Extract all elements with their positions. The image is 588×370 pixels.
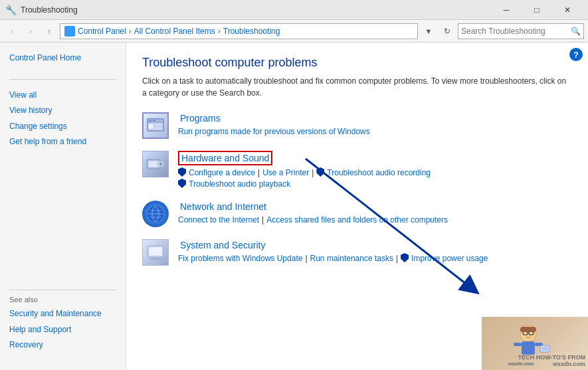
titlebar: 🔧 Troubleshooting ─ □ ✕ (0, 0, 588, 20)
content-area: ? Troubleshoot computer problems Click o… (126, 43, 588, 370)
svg-rect-4 (148, 124, 153, 129)
shield-icon-playback (178, 179, 186, 188)
category-network: Network and Internet Connect to the Inte… (142, 201, 572, 227)
sidebar-item-change-settings[interactable]: Change settings (9, 119, 117, 134)
system-icon (142, 239, 169, 266)
maximize-button[interactable]: □ (522, 0, 552, 20)
maintenance-link[interactable]: Run maintenance tasks (310, 254, 393, 263)
see-also-label: See also (9, 296, 117, 304)
dropdown-button[interactable]: ▼ (421, 23, 437, 39)
watermark-svg: wsxdn.com (508, 320, 561, 367)
hardware-svg (146, 154, 165, 174)
sidebar-bottom-section: See also Security and Maintenance Help a… (0, 290, 126, 362)
network-icon-img (142, 201, 169, 227)
forward-button[interactable]: › (23, 23, 39, 39)
programs-subtitle: Run programs made for previous versions … (178, 127, 572, 136)
watermark-text: TECH HOW-TO'S FROMwsxdn.com (518, 354, 585, 367)
programs-title[interactable]: Programs (178, 112, 223, 124)
sep1: | (258, 168, 260, 177)
network-svg (146, 205, 165, 223)
net-sep: | (262, 215, 264, 225)
sidebar-item-recovery[interactable]: Recovery (9, 337, 117, 353)
sidebar-item-view-history[interactable]: View history (9, 103, 117, 118)
system-title[interactable]: System and Security (178, 239, 267, 251)
svg-rect-17 (152, 257, 159, 258)
svg-rect-2 (149, 120, 151, 121)
system-icon-img (142, 239, 169, 266)
power-usage-wrap: Improve power usage (401, 254, 488, 263)
sidebar-item-help-support[interactable]: Help and Support (9, 322, 117, 337)
address-path: Control Panel › All Control Panel Items … (60, 23, 418, 39)
breadcrumb-control-panel[interactable]: Control Panel (78, 27, 126, 36)
windows-update-link[interactable]: Fix problems with Windows Update (178, 254, 302, 263)
shield-icon-power (401, 253, 409, 262)
programs-content: Programs Run programs made for previous … (178, 112, 572, 136)
use-printer-link[interactable]: Use a Printer (262, 168, 309, 177)
window-controls: ─ □ ✕ (491, 0, 583, 20)
sidebar-top: Control Panel Home View all View history… (0, 50, 126, 152)
programs-icon-img (142, 112, 169, 139)
category-hardware: Hardware and Sound Configure a device | … (142, 151, 572, 189)
audio-recording-wrap: Troubleshoot audio recording (316, 168, 431, 177)
addressbar: ‹ › ↑ Control Panel › All Control Panel … (0, 20, 588, 43)
search-input[interactable] (461, 27, 571, 36)
sidebar-item-view-all[interactable]: View all (9, 88, 117, 103)
hardware-content: Hardware and Sound Configure a device | … (178, 151, 572, 189)
titlebar-left: 🔧 Troubleshooting (5, 5, 78, 15)
refresh-button[interactable]: ↻ (439, 23, 455, 39)
sidebar-item-security-maintenance[interactable]: Security and Maintenance (9, 306, 117, 322)
programs-svg (146, 116, 165, 135)
watermark-inner: wsxdn.com TECH HOW-TO'S FROMwsxdn.com (482, 317, 588, 370)
sidebar-item-get-help[interactable]: Get help from a friend (9, 134, 117, 149)
sidebar-divider-1 (9, 79, 117, 80)
sidebar-divider-2 (9, 290, 117, 290)
svg-rect-3 (153, 120, 155, 121)
svg-rect-27 (535, 343, 543, 346)
audio-playback-wrap: Troubleshoot audio playback (178, 179, 290, 189)
svg-rect-25 (522, 341, 535, 355)
close-button[interactable]: ✕ (552, 0, 583, 20)
system-content: System and Security Fix problems with Wi… (178, 239, 572, 263)
category-system: System and Security Fix problems with Wi… (142, 239, 572, 266)
svg-rect-22 (529, 331, 534, 335)
configure-device-wrap: Configure a device (178, 168, 255, 177)
configure-device-link[interactable]: Configure a device (189, 168, 255, 177)
network-title[interactable]: Network and Internet (178, 201, 268, 213)
svg-point-20 (520, 325, 536, 341)
main-layout: Control Panel Home View all View history… (0, 43, 588, 370)
connect-internet-link[interactable]: Connect to the Internet (178, 215, 259, 225)
sys-sep2: | (396, 254, 398, 263)
svg-rect-18 (150, 258, 161, 260)
hardware-links-2: Troubleshoot audio playback (178, 179, 572, 189)
search-box: 🔍 (458, 23, 584, 39)
audio-recording-link[interactable]: Troubleshoot audio recording (327, 168, 431, 177)
up-button[interactable]: ↑ (41, 23, 57, 39)
hardware-icon (142, 151, 169, 177)
sidebar: Control Panel Home View all View history… (0, 43, 126, 370)
network-content: Network and Internet Connect to the Inte… (178, 201, 572, 225)
svg-rect-28 (540, 345, 549, 352)
breadcrumb-troubleshooting[interactable]: Troubleshooting (223, 27, 280, 36)
minimize-button[interactable]: ─ (491, 0, 522, 20)
back-button[interactable]: ‹ (4, 23, 20, 39)
audio-playback-link[interactable]: Troubleshoot audio playback (189, 179, 290, 189)
power-usage-link[interactable]: Improve power usage (411, 254, 488, 263)
category-programs: Programs Run programs made for previous … (142, 112, 572, 139)
sidebar-item-control-panel-home[interactable]: Control Panel Home (9, 50, 117, 66)
page-description: Click on a task to automatically trouble… (142, 75, 567, 99)
shield-icon-audio (316, 167, 324, 177)
window-title: Troubleshooting (21, 5, 78, 15)
shield-icon-configure (178, 167, 186, 177)
programs-icon (142, 112, 169, 139)
hardware-title[interactable]: Hardware and Sound (178, 151, 272, 165)
programs-subtitle-link[interactable]: Run programs made for previous versions … (178, 127, 370, 136)
access-shared-link[interactable]: Access shared files and folders on other… (266, 215, 448, 225)
watermark: wsxdn.com TECH HOW-TO'S FROMwsxdn.com (482, 317, 588, 370)
network-icon (142, 201, 169, 227)
help-button[interactable]: ? (569, 48, 583, 61)
search-icon: 🔍 (571, 27, 581, 36)
svg-text:wsxdn.com: wsxdn.com (508, 361, 534, 366)
system-svg (146, 242, 165, 262)
hardware-links: Configure a device | Use a Printer | Tro… (178, 168, 572, 177)
breadcrumb-all-items[interactable]: All Control Panel Items (134, 27, 215, 36)
